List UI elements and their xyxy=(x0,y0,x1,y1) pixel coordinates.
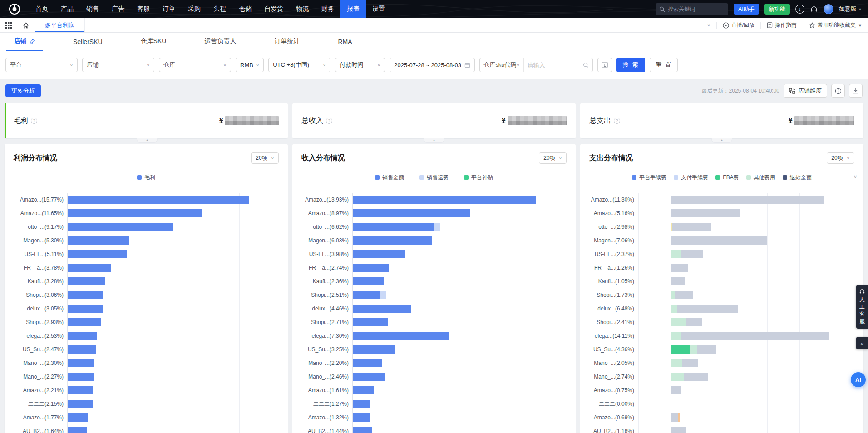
nav-item-设置[interactable]: 设置 xyxy=(366,0,391,18)
row-bar[interactable] xyxy=(352,220,567,234)
platform-select[interactable]: 平台∨ xyxy=(5,58,78,72)
warehouse-select[interactable]: 仓库∨ xyxy=(159,58,231,72)
help-icon[interactable]: ? xyxy=(326,118,332,124)
card-collapse-handle[interactable]: ▴ xyxy=(137,138,158,143)
edition-label[interactable]: 如意版∨ xyxy=(839,5,862,13)
row-bar[interactable] xyxy=(352,315,567,329)
live-replay-link[interactable]: 直播/回放 xyxy=(716,22,760,29)
row-bar[interactable] xyxy=(352,207,567,220)
nav-item-广告[interactable]: 广告 xyxy=(105,0,131,18)
row-bar[interactable] xyxy=(67,207,279,220)
row-bar[interactable] xyxy=(638,424,854,433)
search-input[interactable] xyxy=(668,6,722,12)
top-count-select[interactable]: 20项∨ xyxy=(539,152,567,164)
row-bar[interactable] xyxy=(352,411,567,424)
nav-item-首页[interactable]: 首页 xyxy=(29,0,54,18)
nav-item-销售[interactable]: 销售 xyxy=(80,0,105,18)
timezone-select[interactable]: UTC +8(中国)∨ xyxy=(268,58,330,72)
info-icon-button[interactable] xyxy=(831,84,845,98)
row-bar[interactable] xyxy=(67,343,279,356)
nav-item-财务[interactable]: 财务 xyxy=(315,0,340,18)
nav-item-报表[interactable]: 报表 xyxy=(340,0,366,18)
global-search[interactable] xyxy=(656,3,728,15)
row-bar[interactable] xyxy=(638,356,854,370)
pin-icon[interactable] xyxy=(29,39,35,44)
nav-item-客服[interactable]: 客服 xyxy=(131,0,156,18)
row-bar[interactable] xyxy=(638,234,854,247)
ai-assistant-button[interactable]: AI助手 xyxy=(734,4,759,15)
row-bar[interactable] xyxy=(352,234,567,247)
apps-grid-icon[interactable] xyxy=(0,18,17,32)
subtab-RMA[interactable]: RMA xyxy=(330,38,360,51)
time-type-select[interactable]: 付款时间∨ xyxy=(335,58,385,72)
new-feature-button[interactable]: 新功能 xyxy=(764,4,790,15)
row-bar[interactable] xyxy=(67,424,279,433)
legend-collapse-icon[interactable]: ∨ xyxy=(853,174,857,180)
row-bar[interactable] xyxy=(352,370,567,384)
nav-item-物流[interactable]: 物流 xyxy=(290,0,315,18)
sku-input[interactable] xyxy=(524,58,583,72)
row-bar[interactable] xyxy=(352,288,567,302)
row-bar[interactable] xyxy=(67,370,279,384)
top-count-select[interactable]: 20项∨ xyxy=(827,152,854,164)
help-icon[interactable]: ? xyxy=(31,118,37,124)
row-bar[interactable] xyxy=(67,261,279,275)
legend-item-FBA费[interactable]: FBA费 xyxy=(715,174,739,182)
subtab-运营负责人[interactable]: 运营负责人 xyxy=(196,37,244,51)
search-button[interactable]: 搜 索 xyxy=(616,58,646,72)
row-bar[interactable] xyxy=(638,343,854,356)
row-bar[interactable] xyxy=(638,193,854,207)
row-bar[interactable] xyxy=(638,220,854,234)
row-bar[interactable] xyxy=(638,247,854,261)
row-bar[interactable] xyxy=(67,397,279,411)
row-bar[interactable] xyxy=(352,343,567,356)
currency-select[interactable]: RMB∨ xyxy=(236,58,264,72)
legend-item-平台补贴[interactable]: 平台补贴 xyxy=(464,174,493,182)
date-range-picker[interactable]: 2025-07-28 ~ 2025-08-03 xyxy=(390,58,475,72)
row-bar[interactable] xyxy=(638,411,854,424)
legend-item-支付手续费[interactable]: 支付手续费 xyxy=(674,174,708,182)
row-bar[interactable] xyxy=(67,193,279,207)
row-bar[interactable] xyxy=(638,397,854,411)
favorites-link[interactable]: 常用功能收藏夹 ▼ xyxy=(803,22,868,29)
subtab-仓库SKU[interactable]: 仓库SKU xyxy=(133,37,175,51)
dimension-switch-button[interactable]: 店铺维度 xyxy=(784,84,827,98)
row-bar[interactable] xyxy=(638,207,854,220)
legend-item-销售运费[interactable]: 销售运费 xyxy=(419,174,449,182)
row-bar[interactable] xyxy=(352,424,567,433)
subtab-SellerSKU[interactable]: SellerSKU xyxy=(65,38,111,51)
legend-item-退款金额[interactable]: 退款金额 xyxy=(783,174,812,182)
row-bar[interactable] xyxy=(67,288,279,302)
row-bar[interactable] xyxy=(352,302,567,315)
batch-input-icon-button[interactable] xyxy=(597,58,612,72)
customer-service-tab[interactable]: 人工客服 xyxy=(856,285,868,329)
row-bar[interactable] xyxy=(352,329,567,343)
legend-item-平台手续费[interactable]: 平台手续费 xyxy=(632,174,666,182)
headset-icon[interactable] xyxy=(810,5,818,13)
nav-item-采购[interactable]: 采购 xyxy=(182,0,207,18)
reset-button[interactable]: 重 置 xyxy=(650,58,678,72)
ai-float-button[interactable]: AI xyxy=(851,372,866,387)
nav-item-自发货[interactable]: 自发货 xyxy=(258,0,290,18)
app-logo[interactable] xyxy=(0,0,29,18)
nav-item-订单[interactable]: 订单 xyxy=(156,0,182,18)
subtab-店铺[interactable]: 店铺 xyxy=(6,37,43,51)
row-bar[interactable] xyxy=(67,220,279,234)
row-bar[interactable] xyxy=(352,193,567,207)
user-guide-link[interactable]: 操作指南 xyxy=(760,22,803,29)
tab-multi-platform-profit[interactable]: 多平台利润 xyxy=(35,18,85,32)
legend-item-其他费用[interactable]: 其他费用 xyxy=(746,174,775,182)
row-bar[interactable] xyxy=(638,275,854,288)
download-icon-button[interactable] xyxy=(849,84,863,98)
nav-item-产品[interactable]: 产品 xyxy=(54,0,80,18)
nav-item-仓储[interactable]: 仓储 xyxy=(232,0,258,18)
row-bar[interactable] xyxy=(352,247,567,261)
row-bar[interactable] xyxy=(67,384,279,397)
row-bar[interactable] xyxy=(352,384,567,397)
row-bar[interactable] xyxy=(638,288,854,302)
row-bar[interactable] xyxy=(67,234,279,247)
nav-item-头程[interactable]: 头程 xyxy=(207,0,232,18)
row-bar[interactable] xyxy=(67,275,279,288)
row-bar[interactable] xyxy=(638,384,854,397)
row-bar[interactable] xyxy=(352,397,567,411)
